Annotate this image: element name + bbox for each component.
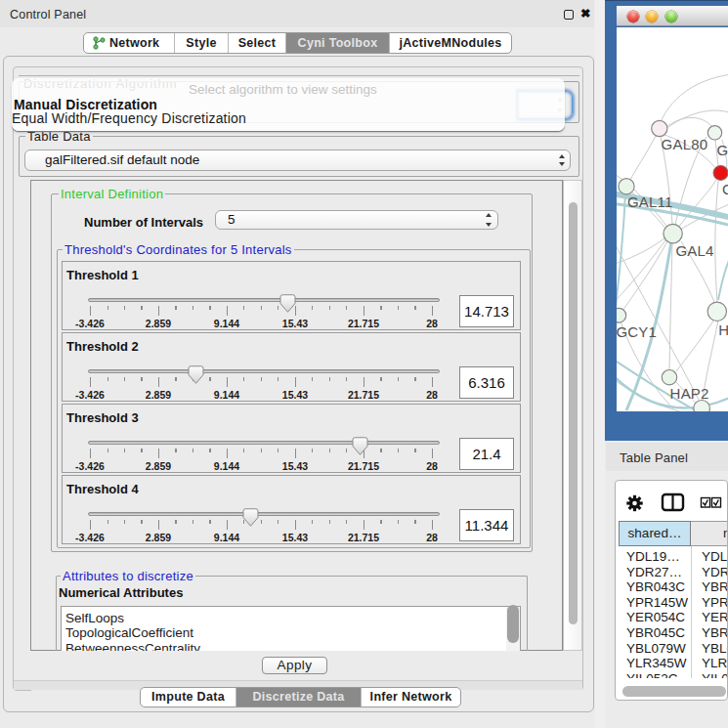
svg-text:GAL80: GAL80 [662, 136, 708, 152]
svg-text:GCY1: GCY1 [617, 323, 657, 340]
svg-text:GAL11: GAL11 [627, 193, 673, 210]
svg-text:G: G [722, 181, 728, 197]
svg-text:H: H [718, 321, 728, 338]
svg-text:GAL4: GAL4 [676, 242, 714, 259]
svg-text:HAP2: HAP2 [670, 385, 709, 402]
svg-text:GA: GA [717, 142, 728, 158]
